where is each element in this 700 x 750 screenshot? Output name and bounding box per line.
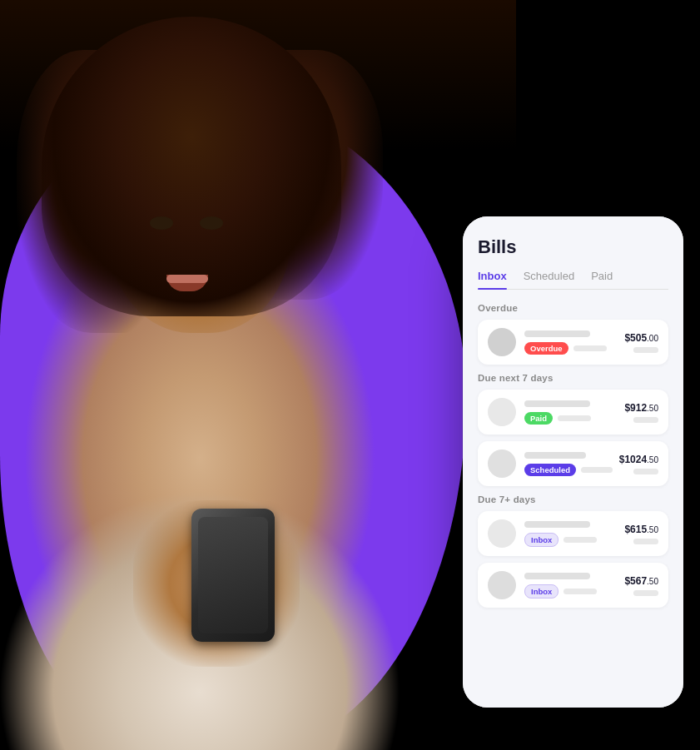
bill-detail-bar [573,345,607,351]
bill-item-overdue[interactable]: Overdue $505.00 [478,320,668,365]
bill-amount-bar [633,469,658,474]
phone-screen: Bills Inbox Scheduled Paid Overdue [463,216,683,708]
page-title: Bills [478,236,668,258]
section-overdue-header: Overdue [478,303,668,313]
person-photo [0,0,516,750]
bill-amount: $912.50 [624,402,658,414]
bill-info: Inbox [524,521,618,547]
bill-name-bar [524,400,590,407]
bill-item-inbox-1[interactable]: Inbox $615.50 [478,511,668,556]
bill-avatar [488,398,516,426]
bill-avatar [488,450,516,478]
bill-info: Paid [524,400,618,425]
bill-name-bar [524,521,590,528]
bill-info: Inbox [524,573,618,599]
bill-detail-bar [558,415,591,421]
bill-sub-row: Inbox [524,533,618,547]
bill-item-paid[interactable]: Paid $912.50 [478,390,668,435]
bill-name-bar [524,573,590,579]
bill-amount-col: $567.50 [618,575,658,596]
bill-amount: $505.00 [624,332,658,344]
badge-overdue: Overdue [524,342,568,355]
bill-amount: $1024.50 [619,454,658,465]
bill-sub-row: Inbox [524,584,618,599]
bill-avatar [488,571,516,599]
bill-amount-bar [633,417,658,423]
section-due7plus-header: Due 7+ days [478,494,668,504]
bill-amount-bar [633,590,658,596]
bill-detail-bar [581,467,613,473]
bill-name-bar [524,330,590,337]
tabs-row: Inbox Scheduled Paid [478,270,668,290]
phone-mockup: Bills Inbox Scheduled Paid Overdue [463,216,683,708]
badge-inbox: Inbox [524,584,559,599]
bill-amount-col: $505.00 [618,332,658,353]
bill-sub-row: Overdue [524,342,618,355]
tab-paid[interactable]: Paid [591,270,613,289]
bill-name-bar [524,452,586,459]
bill-amount-bar [633,539,658,544]
bill-detail-bar [563,537,597,543]
bill-amount-col: $912.50 [618,402,658,423]
bill-info: Scheduled [524,452,613,476]
bill-sub-row: Paid [524,412,618,425]
badge-inbox: Inbox [524,533,559,547]
bill-amount-col: $615.50 [618,524,658,544]
bill-amount: $615.50 [624,524,658,535]
badge-scheduled: Scheduled [524,464,576,476]
phone-shell: Bills Inbox Scheduled Paid Overdue [463,216,683,708]
bill-detail-bar [563,589,597,594]
section-due7-header: Due next 7 days [478,373,668,383]
bill-amount: $567.50 [624,575,658,587]
bill-item-scheduled[interactable]: Scheduled $1024.50 [478,441,668,486]
bill-info: Overdue [524,330,618,355]
tab-scheduled[interactable]: Scheduled [524,270,574,289]
badge-paid: Paid [524,412,553,425]
bill-item-inbox-2[interactable]: Inbox $567.50 [478,563,668,608]
bill-avatar [488,519,516,548]
bill-amount-col: $1024.50 [613,454,658,474]
bill-sub-row: Scheduled [524,464,613,476]
tab-inbox[interactable]: Inbox [478,270,507,289]
bill-avatar [488,328,516,356]
bill-amount-bar [633,347,658,353]
